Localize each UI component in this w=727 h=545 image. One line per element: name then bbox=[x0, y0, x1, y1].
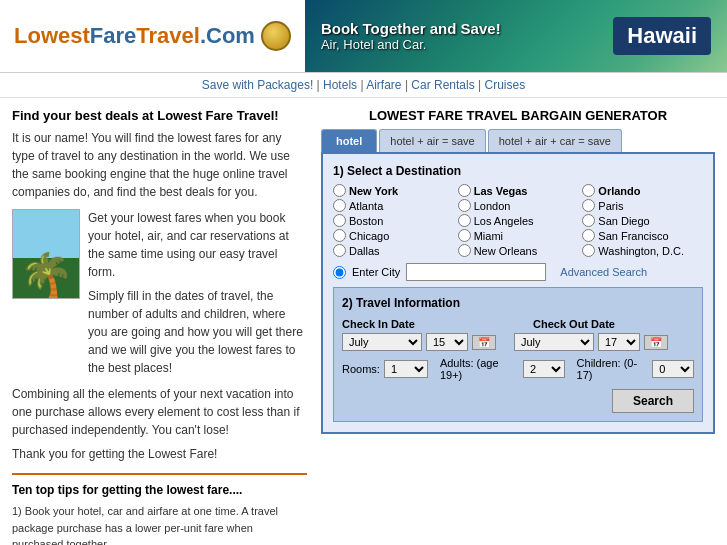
radio-chicago[interactable] bbox=[333, 229, 346, 242]
tab-hotel[interactable]: hotel bbox=[321, 129, 377, 152]
intro-with-image: 🌴 Get your lowest fares when you book yo… bbox=[12, 209, 307, 377]
dest-label-new-orleans: New Orleans bbox=[474, 245, 538, 257]
children-select[interactable]: 01234 bbox=[652, 360, 694, 378]
checkout-label: Check Out Date bbox=[533, 318, 615, 330]
rooms-label: Rooms: bbox=[342, 363, 380, 375]
radio-atlanta[interactable] bbox=[333, 199, 346, 212]
intro-heading: Find your best deals at Lowest Fare Trav… bbox=[12, 108, 307, 123]
radio-london[interactable] bbox=[458, 199, 471, 212]
radio-paris[interactable] bbox=[582, 199, 595, 212]
dest-label-san-francisco: San Francisco bbox=[598, 230, 668, 242]
date-selects-row: July JanuaryFebruaryMarchApril MayJuneAu… bbox=[342, 333, 694, 351]
advanced-search-link[interactable]: Advanced Search bbox=[560, 266, 647, 278]
dest-washington: Washington, D.C. bbox=[582, 244, 703, 257]
dest-san-francisco: San Francisco bbox=[582, 229, 703, 242]
adults-group: Adults: (age 19+) 123456 bbox=[440, 357, 565, 381]
dest-paris: Paris bbox=[582, 199, 703, 212]
form-box: 1) Select a Destination New York Las Veg… bbox=[321, 152, 715, 434]
logo-area: LowestFareTravel.Com bbox=[0, 13, 305, 59]
checkin-month-select[interactable]: July JanuaryFebruaryMarchApril MayJuneAu… bbox=[342, 333, 422, 351]
intro-text-block: Get your lowest fares when you book your… bbox=[88, 209, 307, 377]
children-group: Children: (0-17) 01234 bbox=[577, 357, 694, 381]
dest-label-dallas: Dallas bbox=[349, 245, 380, 257]
checkout-month-select[interactable]: July JanuaryFebruaryMarchApril MayJuneAu… bbox=[514, 333, 594, 351]
dest-london: London bbox=[458, 199, 579, 212]
dest-label-los-angeles: Los Angeles bbox=[474, 215, 534, 227]
banner: Book Together and Save! Air, Hotel and C… bbox=[305, 0, 727, 72]
nav-bar: Save with Packages! | Hotels | Airfare |… bbox=[0, 73, 727, 98]
enter-city-input[interactable] bbox=[406, 263, 546, 281]
dest-label-london: London bbox=[474, 200, 511, 212]
rooms-select[interactable]: 1234 bbox=[384, 360, 428, 378]
banner-tagline: Book Together and Save! Air, Hotel and C… bbox=[321, 20, 501, 52]
dest-label-washington: Washington, D.C. bbox=[598, 245, 684, 257]
radio-new-york[interactable] bbox=[333, 184, 346, 197]
intro-p3: Simply fill in the dates of travel, the … bbox=[88, 287, 307, 377]
radio-orlando[interactable] bbox=[582, 184, 595, 197]
checkout-day-select[interactable]: 17 12345 678910 111213141516 1819202122 … bbox=[598, 333, 640, 351]
dest-atlanta: Atlanta bbox=[333, 199, 454, 212]
dest-label-atlanta: Atlanta bbox=[349, 200, 383, 212]
destination-grid: New York Las Vegas Orlando Atlanta Londo… bbox=[333, 184, 703, 257]
palm-tree-icon: 🌴 bbox=[19, 254, 74, 298]
search-btn-row: Search bbox=[342, 389, 694, 413]
radio-enter-city[interactable] bbox=[333, 266, 346, 279]
checkin-calendar-button[interactable]: 📅 bbox=[472, 335, 496, 350]
dest-miami: Miami bbox=[458, 229, 579, 242]
nav-cruises[interactable]: Cruises bbox=[484, 78, 525, 92]
checkin-label: Check In Date bbox=[342, 318, 527, 330]
enter-city-label: Enter City bbox=[352, 266, 400, 278]
radio-san-francisco[interactable] bbox=[582, 229, 595, 242]
children-label: Children: (0-17) bbox=[577, 357, 649, 381]
thanks-p: Thank you for getting the Lowest Fare! bbox=[12, 445, 307, 463]
dest-label-chicago: Chicago bbox=[349, 230, 389, 242]
nav-hotels[interactable]: Hotels bbox=[323, 78, 357, 92]
dest-label-boston: Boston bbox=[349, 215, 383, 227]
adults-select[interactable]: 123456 bbox=[523, 360, 565, 378]
radio-washington[interactable] bbox=[582, 244, 595, 257]
travel-info-box: 2) Travel Information Check In Date Chec… bbox=[333, 287, 703, 422]
radio-las-vegas[interactable] bbox=[458, 184, 471, 197]
radio-los-angeles[interactable] bbox=[458, 214, 471, 227]
dest-label-san-diego: San Diego bbox=[598, 215, 649, 227]
dest-las-vegas: Las Vegas bbox=[458, 184, 579, 197]
dest-chicago: Chicago bbox=[333, 229, 454, 242]
intro-p2: Get your lowest fares when you book your… bbox=[88, 209, 307, 281]
radio-new-orleans[interactable] bbox=[458, 244, 471, 257]
checkout-calendar-button[interactable]: 📅 bbox=[644, 335, 668, 350]
dest-orlando: Orlando bbox=[582, 184, 703, 197]
tab-hotel-air[interactable]: hotel + air = save bbox=[379, 129, 485, 152]
section2-title: 2) Travel Information bbox=[342, 296, 694, 310]
radio-boston[interactable] bbox=[333, 214, 346, 227]
dest-label-new-york: New York bbox=[349, 185, 398, 197]
search-button[interactable]: Search bbox=[612, 389, 694, 413]
dest-dallas: Dallas bbox=[333, 244, 454, 257]
section1-title: 1) Select a Destination bbox=[333, 164, 703, 178]
nav-car-rentals[interactable]: Car Rentals bbox=[411, 78, 474, 92]
nav-packages[interactable]: Save with Packages! bbox=[202, 78, 313, 92]
dest-label-miami: Miami bbox=[474, 230, 503, 242]
logo-com: .Com bbox=[200, 23, 255, 48]
enter-city-row: Enter City Advanced Search bbox=[333, 263, 703, 281]
dest-label-orlando: Orlando bbox=[598, 185, 640, 197]
radio-san-diego[interactable] bbox=[582, 214, 595, 227]
dest-san-diego: San Diego bbox=[582, 214, 703, 227]
radio-miami[interactable] bbox=[458, 229, 471, 242]
dest-new-york: New York bbox=[333, 184, 454, 197]
tip-1: 1) Book your hotel, car and airfare at o… bbox=[12, 503, 307, 545]
rooms-row: Rooms: 1234 Adults: (age 19+) 123456 Chi… bbox=[342, 357, 694, 381]
logo-travel: Travel bbox=[136, 23, 200, 48]
left-column: Find your best deals at Lowest Fare Trav… bbox=[12, 108, 307, 545]
radio-dallas[interactable] bbox=[333, 244, 346, 257]
hawaii-badge: Hawaii bbox=[613, 17, 711, 55]
palm-image: 🌴 bbox=[12, 209, 80, 299]
tab-bar: hotel hotel + air = save hotel + air + c… bbox=[321, 129, 715, 152]
bargain-title: LOWEST FARE TRAVEL BARGAIN GENERATOR bbox=[321, 108, 715, 123]
logo-lowest: Lowest bbox=[14, 23, 90, 48]
logo-text: LowestFareTravel.Com bbox=[14, 23, 255, 49]
tab-hotel-air-car[interactable]: hotel + air + car = save bbox=[488, 129, 622, 152]
nav-airfare[interactable]: Airfare bbox=[366, 78, 401, 92]
checkin-day-select[interactable]: 15 12345 678910 11121314 1617181920 2122… bbox=[426, 333, 468, 351]
right-column: LOWEST FARE TRAVEL BARGAIN GENERATOR hot… bbox=[321, 108, 715, 545]
logo-coin bbox=[261, 21, 291, 51]
